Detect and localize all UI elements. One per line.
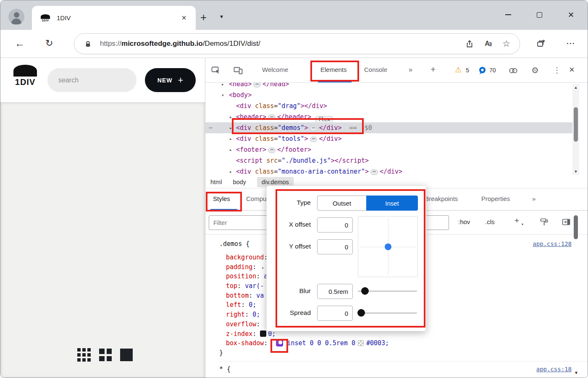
css-selector[interactable]: .demos {: [219, 240, 249, 248]
browser-tab[interactable]: 1DIV 1DIV ×: [32, 6, 196, 30]
browser-menu-icon[interactable]: ⋯: [566, 38, 575, 48]
open-sidebar-icon[interactable]: [562, 217, 571, 227]
spread-input[interactable]: [317, 306, 353, 321]
share-icon[interactable]: [465, 40, 474, 48]
x-offset-input[interactable]: [317, 217, 353, 233]
expand-children-button[interactable]: ⋯: [268, 148, 276, 153]
tab-search-chevron-icon[interactable]: ▾: [220, 13, 223, 20]
css-property-name[interactable]: box-shadow: [226, 339, 264, 347]
expand-arrow-icon[interactable]: ▸: [229, 114, 232, 120]
dom-tree-row[interactable]: ▸<footer>⋯</footer>: [205, 144, 573, 155]
expand-arrow-icon[interactable]: ▸: [229, 169, 232, 174]
dom-tree-row[interactable]: ⋯▸<div class="demos">⋯</div> == $0: [205, 122, 573, 133]
dom-tree-row[interactable]: ▸<div class="monaco-aria-container">⋯</d…: [205, 166, 573, 176]
outset-button[interactable]: Outset: [317, 196, 367, 211]
new-tab-button[interactable]: +: [200, 11, 207, 24]
minimize-button[interactable]: [492, 0, 524, 29]
css-property-name[interactable]: position: [226, 272, 256, 280]
issues-count[interactable]: 70: [489, 67, 496, 74]
expand-children-button[interactable]: ⋯: [310, 126, 318, 131]
refresh-button[interactable]: ↻: [45, 38, 53, 49]
maximize-button[interactable]: [524, 0, 555, 29]
dom-tree-row[interactable]: <script src="./bundle.js"></script>: [205, 155, 573, 166]
tab-close-icon[interactable]: ×: [181, 13, 186, 23]
css-property-name[interactable]: background: [226, 254, 264, 261]
tab-elements[interactable]: Elements: [320, 66, 347, 73]
close-window-button[interactable]: ×: [555, 0, 587, 29]
pseudo-state-toggle[interactable]: :hov: [458, 218, 470, 225]
dom-tree-row[interactable]: <div class="drag"></div>: [205, 100, 573, 111]
css-property-value[interactable]: 0;: [252, 311, 260, 318]
inset-button[interactable]: Inset: [366, 196, 418, 211]
tab-welcome[interactable]: Welcome: [262, 66, 288, 73]
more-tabs-icon[interactable]: »: [409, 66, 412, 74]
expand-children-button[interactable]: ⋯: [310, 137, 318, 142]
back-button[interactable]: ←: [15, 37, 25, 49]
tab-styles[interactable]: Styles: [213, 195, 230, 202]
blur-slider[interactable]: [358, 287, 417, 295]
scroll-up-icon[interactable]: ▲: [572, 85, 579, 90]
shadow-direction-pad[interactable]: [358, 216, 418, 277]
css-property-value[interactable]: inset 0 0 0.5rem 0: [287, 339, 355, 347]
warnings-count[interactable]: 5: [466, 67, 469, 74]
css-property-name[interactable]: bottom: [226, 292, 249, 299]
url-text[interactable]: https://microsoftedge.github.io/Demos/1D…: [100, 40, 260, 48]
breadcrumb-html[interactable]: html: [210, 179, 222, 185]
scroll-down-icon[interactable]: ▼: [572, 169, 579, 174]
blur-input[interactable]: [317, 284, 353, 299]
scrollbar-thumb[interactable]: [574, 107, 578, 142]
css-property-value[interactable]: va: [256, 292, 264, 299]
dom-scrollbar[interactable]: ▲ ▼: [572, 84, 579, 175]
warnings-icon[interactable]: ⚠: [455, 65, 462, 74]
expand-arrow-icon[interactable]: ▸: [229, 147, 232, 153]
search-input[interactable]: [47, 68, 136, 92]
styles-scroll-down-icon[interactable]: ▼: [574, 370, 578, 375]
css-property-name[interactable]: z-index: [226, 330, 252, 338]
css-selector[interactable]: * {: [219, 365, 231, 373]
css-property-name[interactable]: padding: [226, 263, 252, 271]
new-button[interactable]: NEW +: [145, 68, 196, 92]
css-source-link[interactable]: app.css:18: [536, 364, 572, 374]
profile-avatar[interactable]: [8, 9, 24, 25]
css-property-name[interactable]: right: [226, 311, 245, 318]
address-bar[interactable]: https://microsoftedge.github.io/Demos/1D…: [74, 33, 520, 54]
more-style-tabs-icon[interactable]: »: [532, 195, 536, 202]
close-devtools-icon[interactable]: ×: [569, 64, 575, 75]
new-style-rule-button[interactable]: +: [514, 216, 519, 225]
dom-tree-row[interactable]: ▾<body>: [205, 90, 573, 100]
expand-arrow-icon[interactable]: ▸: [221, 83, 224, 87]
expand-children-button[interactable]: ⋯: [253, 83, 261, 87]
color-swatch[interactable]: [358, 340, 364, 346]
css-property-value[interactable]: var(-: [245, 282, 264, 290]
dom-tree-row[interactable]: ▸<head>⋯</head>: [205, 83, 573, 90]
dom-tree-row[interactable]: ▸<div class="tools">⋯</div>: [205, 133, 573, 144]
inspect-element-icon[interactable]: [211, 65, 221, 75]
y-offset-input[interactable]: [317, 239, 353, 254]
shadow-position-handle[interactable]: [385, 243, 391, 250]
tab-console[interactable]: Console: [364, 66, 387, 73]
add-panel-icon[interactable]: +: [430, 64, 436, 74]
css-property-name[interactable]: left: [226, 301, 241, 309]
favorites-star-icon[interactable]: ☆: [502, 39, 510, 49]
grid-large-view-icon[interactable]: [99, 349, 112, 361]
expand-shorthand-icon[interactable]: ▸: [262, 265, 264, 270]
devtools-menu-icon[interactable]: ⋮: [553, 66, 561, 75]
collections-icon[interactable]: [536, 39, 546, 48]
spread-slider[interactable]: [358, 309, 417, 317]
issues-icon[interactable]: [478, 66, 486, 74]
tab-properties[interactable]: Properties: [481, 195, 510, 202]
styles-scrollbar-thumb[interactable]: [574, 215, 578, 239]
blur-slider-knob[interactable]: [361, 287, 369, 295]
expand-children-button[interactable]: ⋯: [268, 114, 276, 120]
read-aloud-icon[interactable]: A)): [485, 40, 491, 48]
dom-tree-row[interactable]: ▸<header>⋯</header>flex: [205, 111, 573, 122]
css-property-value[interactable]: 0;: [249, 301, 256, 309]
expand-children-button[interactable]: ⋯: [370, 169, 378, 175]
settings-gear-icon[interactable]: ⚙: [531, 65, 539, 75]
css-property-name[interactable]: top: [226, 282, 237, 290]
css-property-name[interactable]: overflow: [226, 320, 256, 328]
device-toolbar-icon[interactable]: [233, 65, 243, 75]
css-source-link[interactable]: app.css:128: [533, 239, 572, 249]
flex-badge[interactable]: flex: [315, 116, 333, 123]
collapse-arrow-icon[interactable]: ▾: [221, 93, 224, 98]
